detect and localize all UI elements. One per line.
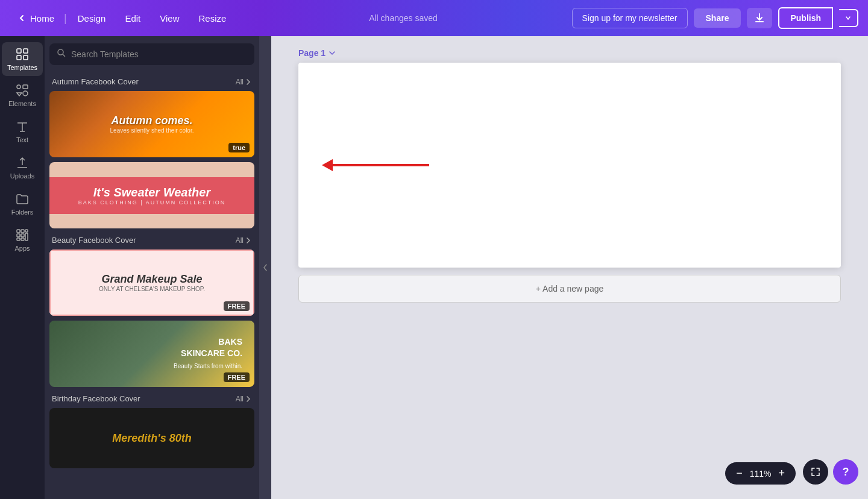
nav-separator: | [64,12,67,25]
zoom-level: 111% [750,469,772,479]
svg-rect-13 [21,238,24,240]
search-bar [49,43,254,65]
fullscreen-icon [811,467,820,477]
publish-dropdown-button[interactable] [839,9,858,27]
template-card-makeup-sale[interactable]: Grand Makeup Sale ONLY AT CHELSEA'S MAKE… [49,250,254,316]
svg-rect-8 [21,230,24,233]
apps-icon [15,228,30,242]
home-label: Home [30,13,54,24]
arrow-line [333,164,429,166]
template-card-birthday[interactable]: Meredith's 80th [49,408,254,468]
search-input[interactable] [71,49,247,59]
beauty-section-header: Beauty Facebook Cover All [49,233,254,250]
template-card-skincare[interactable]: BAKSSKINCARE CO.Beauty Starts from withi… [49,321,254,387]
chevron-right-icon-beauty [245,237,252,244]
save-status: All changes saved [239,13,567,23]
template-thumbnail-birthday: Meredith's 80th [49,408,254,468]
chevron-right-icon [245,78,252,86]
svg-rect-9 [25,230,28,232]
sidebar-item-label-elements: Elements [8,100,36,107]
free-badge-skincare: FREE [224,372,250,382]
page-dropdown-icon [328,49,336,57]
chevron-right-icon-birthday [245,395,252,403]
sidebar-item-templates[interactable]: Templates [2,42,43,76]
grid-icon [15,47,30,61]
hide-panel-button[interactable] [259,36,271,499]
sidebar-item-folders[interactable]: Folders [2,187,43,221]
help-button[interactable]: ? [833,459,858,485]
add-page-button[interactable]: + Add a new page [298,275,841,303]
template-title-sweater: It's Sweater Weather [49,186,254,199]
template-subtitle-makeup: ONLY AT CHELSEA'S MAKEUP SHOP. [99,286,205,292]
template-center-sweater: It's Sweater Weather BAKS CLOTHING | AUT… [49,177,254,214]
sidebar-item-uploads[interactable]: Uploads [2,151,43,184]
birthday-all-link[interactable]: All [236,395,252,403]
upload-icon [15,155,30,170]
search-icon [57,48,66,60]
zoom-out-button[interactable]: − [734,467,745,480]
sidebar-item-label-apps: Apps [14,245,30,252]
design-button[interactable]: Design [69,10,115,27]
sidebar-item-label-folders: Folders [11,209,34,216]
publish-button[interactable]: Publish [778,7,833,29]
autumn-all-link[interactable]: All [236,78,252,86]
nav-left: Home | Design Edit View Resize [10,10,234,27]
sidebar-item-label-text: Text [16,136,28,143]
edit-button[interactable]: Edit [116,10,149,27]
template-subtitle-sweater: BAKS CLOTHING | AUTUMN COLLECTION [49,199,254,206]
svg-point-4 [17,85,20,89]
download-button[interactable] [747,8,772,28]
birthday-section-title: Birthday Facebook Cover [52,394,140,403]
newsletter-button[interactable]: Sign up for my newsletter [572,8,688,28]
template-thumbnail-autumn: Autumn comes. Leaves silently shed their… [49,91,254,157]
topnav: Home | Design Edit View Resize All chang… [0,0,868,36]
svg-rect-11 [21,234,24,237]
free-badge-makeup: FREE [224,301,250,311]
text-icon [15,119,30,134]
sidebar-item-elements[interactable]: Elements [2,78,43,112]
templates-panel: Autumn Facebook Cover All Autumn comes. … [45,36,259,499]
template-title-autumn: Autumn comes. [110,115,194,127]
template-thumbnail-sweater: It's Sweater Weather BAKS CLOTHING | AUT… [49,162,254,228]
svg-rect-5 [23,85,28,89]
share-button[interactable]: Share [694,8,741,28]
resize-button[interactable]: Resize [190,10,235,27]
arrow-head [322,159,333,171]
fullscreen-button[interactable] [803,459,828,485]
page-label-text: Page 1 [298,48,326,58]
svg-rect-1 [24,49,28,53]
beauty-all-link[interactable]: All [236,236,252,245]
sidebar-item-text[interactable]: Text [2,115,43,148]
chevron-left-icon [17,13,27,23]
template-card-sweater-weather[interactable]: It's Sweater Weather BAKS CLOTHING | AUT… [49,162,254,228]
page-label[interactable]: Page 1 [298,48,336,58]
zoom-in-button[interactable]: + [776,467,787,480]
svg-rect-10 [17,234,20,237]
template-title-skincare: BAKSSKINCARE CO.Beauty Starts from withi… [174,336,242,372]
main-layout: Templates Elements Text Uploads [0,36,868,499]
nav-right: Sign up for my newsletter Share Publish [572,7,858,29]
template-title-birthday: Meredith's 80th [112,432,191,445]
svg-rect-3 [24,55,28,60]
elements-icon [15,83,30,98]
view-button[interactable]: View [151,10,187,27]
canvas-area: Page 1 + Add a new page [271,36,868,499]
page-label-bar: Page 1 [298,48,841,58]
home-button[interactable]: Home [10,10,61,27]
sidebar-item-label-templates: Templates [7,64,37,71]
sidebar-item-label-uploads: Uploads [10,172,34,180]
svg-rect-12 [17,238,20,240]
svg-rect-7 [17,230,20,233]
svg-rect-14 [25,233,28,240]
beauty-section-title: Beauty Facebook Cover [52,236,136,245]
chevron-down-icon [845,15,851,21]
template-card-autumn-comes[interactable]: Autumn comes. Leaves silently shed their… [49,91,254,157]
download-icon [754,13,765,24]
chevron-left-panel-icon [262,263,269,272]
template-title-makeup: Grand Makeup Sale [101,273,202,286]
canvas-page[interactable] [298,63,841,268]
birthday-section-header: Birthday Facebook Cover All [49,392,254,408]
autumn-section-title: Autumn Facebook Cover [52,77,139,86]
svg-rect-0 [17,49,21,53]
sidebar-item-apps[interactable]: Apps [2,223,43,257]
